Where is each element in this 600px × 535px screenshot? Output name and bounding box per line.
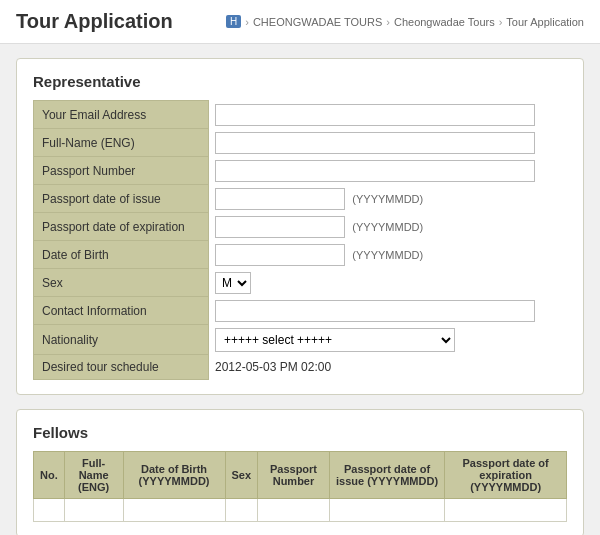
col-issue: Passport date of issue (YYYYMMDD) bbox=[329, 452, 444, 499]
breadcrumb: H › CHEONGWADAE TOURS › Cheongwadae Tour… bbox=[226, 15, 584, 28]
passport-number-row: Passport Number bbox=[34, 157, 567, 185]
sex-row: Sex M F bbox=[34, 269, 567, 297]
nationality-select[interactable]: +++++ select +++++ bbox=[215, 328, 455, 352]
email-row: Your Email Address bbox=[34, 101, 567, 129]
col-passport: Passport Number bbox=[258, 452, 330, 499]
sex-input-cell: M F bbox=[209, 269, 567, 297]
email-input-cell bbox=[209, 101, 567, 129]
contact-input-cell bbox=[209, 297, 567, 325]
nationality-row: Nationality +++++ select +++++ bbox=[34, 325, 567, 355]
nationality-input-cell: +++++ select +++++ bbox=[209, 325, 567, 355]
passport-expiry-hint: (YYYYMMDD) bbox=[352, 221, 423, 233]
passport-issue-hint: (YYYYMMDD) bbox=[352, 193, 423, 205]
contact-label: Contact Information bbox=[34, 297, 209, 325]
col-expiry: Passport date of expiration (YYYYMMDD) bbox=[445, 452, 567, 499]
sex-label: Sex bbox=[34, 269, 209, 297]
dob-hint: (YYYYMMDD) bbox=[352, 249, 423, 261]
dob-label: Date of Birth bbox=[34, 241, 209, 269]
email-input[interactable] bbox=[215, 104, 535, 126]
fellows-empty-row bbox=[34, 499, 567, 522]
breadcrumb-item-2: Cheongwadae Tours bbox=[394, 16, 495, 28]
breadcrumb-item-3: Tour Application bbox=[506, 16, 584, 28]
passport-number-input-cell bbox=[209, 157, 567, 185]
breadcrumb-item-1: CHEONGWADAE TOURS bbox=[253, 16, 382, 28]
sex-select[interactable]: M F bbox=[215, 272, 251, 294]
representative-title: Representative bbox=[33, 73, 567, 90]
nationality-label: Nationality bbox=[34, 325, 209, 355]
representative-section: Representative Your Email Address Full-N… bbox=[16, 58, 584, 395]
fellows-section: Fellows No. Full-Name (ENG) Date of Birt… bbox=[16, 409, 584, 535]
passport-expiry-input-cell: (YYYYMMDD) bbox=[209, 213, 567, 241]
schedule-value-cell: 2012-05-03 PM 02:00 bbox=[209, 355, 567, 380]
passport-issue-input-cell: (YYYYMMDD) bbox=[209, 185, 567, 213]
fullname-row: Full-Name (ENG) bbox=[34, 129, 567, 157]
breadcrumb-home: H bbox=[226, 15, 241, 28]
col-dob: Date of Birth (YYYYMMDD) bbox=[123, 452, 225, 499]
schedule-label: Desired tour schedule bbox=[34, 355, 209, 380]
dob-input-cell: (YYYYMMDD) bbox=[209, 241, 567, 269]
passport-issue-input[interactable] bbox=[215, 188, 345, 210]
fellows-header-row: No. Full-Name (ENG) Date of Birth (YYYYM… bbox=[34, 452, 567, 499]
fellows-title: Fellows bbox=[33, 424, 567, 441]
contact-input[interactable] bbox=[215, 300, 535, 322]
schedule-value: 2012-05-03 PM 02:00 bbox=[215, 360, 331, 374]
fullname-input-cell bbox=[209, 129, 567, 157]
passport-expiry-label: Passport date of expiration bbox=[34, 213, 209, 241]
passport-issue-label: Passport date of issue bbox=[34, 185, 209, 213]
col-sex: Sex bbox=[225, 452, 258, 499]
col-fullname: Full-Name (ENG) bbox=[64, 452, 123, 499]
passport-issue-row: Passport date of issue (YYYYMMDD) bbox=[34, 185, 567, 213]
fullname-label: Full-Name (ENG) bbox=[34, 129, 209, 157]
representative-form: Your Email Address Full-Name (ENG) Passp… bbox=[33, 100, 567, 380]
email-label: Your Email Address bbox=[34, 101, 209, 129]
fullname-input[interactable] bbox=[215, 132, 535, 154]
passport-number-input[interactable] bbox=[215, 160, 535, 182]
passport-number-label: Passport Number bbox=[34, 157, 209, 185]
dob-input[interactable] bbox=[215, 244, 345, 266]
passport-expiry-row: Passport date of expiration (YYYYMMDD) bbox=[34, 213, 567, 241]
contact-row: Contact Information bbox=[34, 297, 567, 325]
page-header: Tour Application H › CHEONGWADAE TOURS ›… bbox=[0, 0, 600, 44]
schedule-row: Desired tour schedule 2012-05-03 PM 02:0… bbox=[34, 355, 567, 380]
col-no: No. bbox=[34, 452, 65, 499]
fellows-table: No. Full-Name (ENG) Date of Birth (YYYYM… bbox=[33, 451, 567, 522]
page-title: Tour Application bbox=[16, 10, 173, 33]
dob-row: Date of Birth (YYYYMMDD) bbox=[34, 241, 567, 269]
page-content: Representative Your Email Address Full-N… bbox=[0, 44, 600, 535]
passport-expiry-input[interactable] bbox=[215, 216, 345, 238]
